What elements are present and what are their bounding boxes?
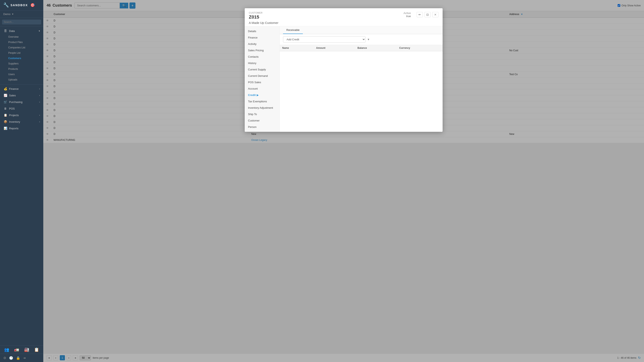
- chevron-purchasing-icon: ›: [39, 101, 40, 103]
- clock-icon[interactable]: 🕐: [9, 356, 13, 360]
- modal-nav-sales-pricing[interactable]: Sales Pricing: [245, 47, 280, 53]
- modal-nav-ship-to[interactable]: Ship To: [245, 111, 280, 117]
- main-area: 46 Customers 🔍 + Only Show Active Custom…: [43, 0, 644, 362]
- user-label: Demo: [3, 12, 10, 16]
- modal-nav-person[interactable]: Person: [245, 124, 280, 130]
- modal-tab-bar: Receivable: [280, 26, 442, 34]
- modal-nav-credit[interactable]: Credit ▶: [245, 92, 280, 98]
- modal-edit-button[interactable]: ✏: [416, 12, 423, 17]
- sidebar-item-purchasing[interactable]: 🛒 Purchasing ›: [0, 99, 43, 105]
- credit-col-currency: Currency: [397, 45, 442, 51]
- modal-customer-label: Customer: [249, 11, 401, 14]
- modal-nav-current-demand[interactable]: Current Demand: [245, 73, 280, 79]
- credit-table: Name Amount Balance Currency: [280, 45, 442, 51]
- modal-status-section: Active true: [404, 11, 411, 18]
- inventory-icon: 📦: [3, 120, 8, 123]
- truck-footer-icon[interactable]: 🚛: [14, 347, 19, 352]
- projects-icon: 📋: [3, 113, 8, 117]
- sidebar-sub-users[interactable]: Users: [0, 72, 43, 77]
- sidebar-bottom-bar: ⚙ 🕐 🔒 ➜: [0, 354, 43, 362]
- sidebar-sub-product-files[interactable]: Product Files: [0, 39, 43, 45]
- modal-nav-tax-exemptions[interactable]: Tax Exemptions: [245, 98, 280, 105]
- chevron-inventory-icon: ›: [39, 121, 40, 123]
- logo-icon: 🔧: [3, 2, 9, 8]
- modal-nav-current-supply[interactable]: Current Supply: [245, 66, 280, 73]
- modal-nav-details[interactable]: Details: [245, 28, 280, 34]
- chevron-projects-icon: ›: [39, 114, 40, 116]
- sidebar-search-input[interactable]: [2, 19, 41, 24]
- modal-nav-activity[interactable]: Activity: [245, 41, 280, 47]
- modal-nav-finance[interactable]: Finance: [245, 34, 280, 41]
- dropdown-chevron-icon: ▼: [367, 38, 370, 41]
- modal-status-label: Active: [404, 11, 411, 15]
- modal-expand-button[interactable]: ⊡: [424, 12, 431, 17]
- modal-sidebar-nav: Details Finance Activity Sales Pricing C…: [245, 26, 280, 132]
- modal-nav-contacts[interactable]: Contacts: [245, 53, 280, 60]
- modal-actions: ✏ ⊡ ✕: [416, 12, 438, 17]
- modal-content-area: Receivable Add Credit ▼ Name: [280, 26, 442, 132]
- add-credit-bar: Add Credit ▼: [280, 34, 442, 45]
- chevron-down-icon: ▼: [12, 13, 14, 15]
- sidebar-item-pos[interactable]: 🖥 POS: [0, 105, 43, 112]
- reports-icon: 📊: [3, 127, 8, 130]
- sidebar-footer: 👥 🚛 🏭 📋: [0, 345, 43, 354]
- data-section: 🗄 Data ▾ Overview Product Files Companie…: [0, 26, 43, 84]
- customer-detail-modal: Customer Z015 A Made Up Customer Active …: [245, 8, 442, 132]
- modal-nav-history[interactable]: History: [245, 60, 280, 66]
- chevron-icon: ▾: [39, 30, 40, 32]
- sidebar-sub-uploads[interactable]: Uploads: [0, 77, 43, 82]
- credit-active-arrow-icon: ▶: [257, 94, 258, 97]
- sidebar-sub-overview[interactable]: Overview: [0, 34, 43, 39]
- sidebar-logo: 🔧 SANDBOX 🎯: [0, 0, 43, 10]
- modal-nav-inventory-adjustment[interactable]: Inventory Adjustment: [245, 105, 280, 111]
- logo-text: SANDBOX: [10, 3, 28, 7]
- chevron-sales-icon: ›: [39, 94, 40, 97]
- finance-icon: 💰: [3, 87, 8, 90]
- sidebar-sub-customers[interactable]: Customers: [0, 56, 43, 61]
- sidebar-item-data[interactable]: 🗄 Data ▾: [0, 28, 43, 34]
- add-credit-select[interactable]: Add Credit: [283, 36, 366, 43]
- sidebar-item-reports[interactable]: 📊 Reports: [0, 125, 43, 132]
- modal-body: Details Finance Activity Sales Pricing C…: [245, 26, 442, 132]
- sidebar-divider-1: [0, 84, 43, 85]
- modal-header: Customer Z015 A Made Up Customer Active …: [245, 8, 442, 26]
- modal-customer-id: Z015: [249, 14, 401, 20]
- credit-col-name: Name: [280, 45, 314, 51]
- people-footer-icon[interactable]: 👥: [4, 347, 9, 352]
- sales-icon: 📈: [3, 94, 8, 97]
- sidebar: 🔧 SANDBOX 🎯 Demo ▼ 🗄 Data ▾ Overview Pro…: [0, 0, 43, 362]
- modal-nav-account[interactable]: Account: [245, 85, 280, 92]
- settings-icon[interactable]: ⚙: [3, 356, 6, 360]
- factory-footer-icon[interactable]: 🏭: [24, 347, 29, 352]
- clipboard-footer-icon[interactable]: 📋: [34, 347, 39, 352]
- tab-receivable[interactable]: Receivable: [283, 26, 303, 34]
- sidebar-search-container: [0, 18, 43, 26]
- modal-status-value: true: [404, 15, 411, 18]
- chevron-finance-icon: ›: [39, 88, 40, 90]
- credit-table-container: Name Amount Balance Currency: [280, 45, 442, 51]
- sidebar-item-sales[interactable]: 📈 Sales ›: [0, 92, 43, 99]
- modal-overlay: Customer Z015 A Made Up Customer Active …: [43, 0, 644, 362]
- sidebar-sub-products[interactable]: Products: [0, 66, 43, 72]
- modal-nav-pos-sales[interactable]: POS Sales: [245, 79, 280, 85]
- purchasing-icon: 🛒: [3, 100, 8, 104]
- sidebar-item-projects[interactable]: 📋 Projects ›: [0, 112, 43, 118]
- credit-col-amount: Amount: [314, 45, 355, 51]
- sidebar-item-inventory[interactable]: 📦 Inventory ›: [0, 118, 43, 125]
- modal-close-button[interactable]: ✕: [432, 12, 438, 17]
- lock-icon[interactable]: 🔒: [16, 356, 20, 360]
- modal-customer-name: A Made Up Customer: [249, 21, 401, 24]
- sidebar-user[interactable]: Demo ▼: [0, 10, 43, 18]
- modal-nav-customer[interactable]: Customer: [245, 117, 280, 124]
- sidebar-sub-suppliers[interactable]: Suppliers: [0, 61, 43, 66]
- sidebar-sub-people-list[interactable]: People List: [0, 50, 43, 56]
- sidebar-item-finance[interactable]: 💰 Finance ›: [0, 85, 43, 92]
- pos-icon: 🖥: [3, 107, 8, 110]
- sidebar-sub-companies-list[interactable]: Companies List: [0, 45, 43, 50]
- sidebar-item-data-label: Data: [9, 29, 15, 32]
- data-icon: 🗄: [3, 29, 8, 32]
- logout-icon[interactable]: ➜: [23, 356, 26, 360]
- credit-col-balance: Balance: [355, 45, 397, 51]
- modal-title-section: Customer Z015 A Made Up Customer: [249, 11, 401, 24]
